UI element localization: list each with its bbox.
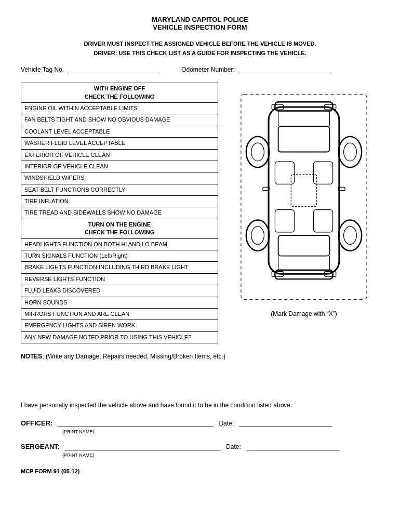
officer-print-name: (PRINT NAME) [62, 429, 379, 434]
checklist-item: COOLANT LEVEL ACCEPTABLE [21, 126, 218, 137]
svg-rect-26 [275, 162, 294, 184]
subtitle-line1: DRIVER MUST INSPECT THE ASSIGNED VEHICLE… [21, 39, 379, 49]
sergeant-signature-block: SERGEANT: Date: (PRINT NAME) [21, 443, 379, 458]
svg-point-14 [251, 143, 264, 161]
officer-date-label: Date: [219, 420, 234, 427]
odometer-input[interactable] [238, 73, 331, 73]
table-row: SEAT BELT FUNCTIONS CORRECTLY [21, 184, 218, 195]
table-row: REVERSE LIGHTS FUNCTION [21, 273, 218, 285]
section2-header: TURN ON THE ENGINE CHECK THE FOLLOWING [21, 219, 218, 238]
svg-point-19 [339, 220, 362, 251]
checklist-table: WITH ENGINE OFF CHECK THE FOLLOWING ENGI… [21, 83, 218, 343]
table-row: HEADLIGHTS FUNCTION ON BOTH HI AND LO BE… [21, 238, 218, 250]
checklist-item: FAN BELTS TIGHT AND SHOW NO OBVIOUS DAMA… [21, 114, 218, 126]
table-row: HORN SOUNDS [21, 297, 218, 308]
checklist-item: TIRE TREAD AND SIDEWALLS SHOW NO DAMAGE [21, 207, 218, 219]
checklist-item: SEAT BELT FUNCTIONS CORRECTLY [21, 184, 218, 195]
section2-header-row: TURN ON THE ENGINE CHECK THE FOLLOWING [21, 219, 218, 238]
checklist-item: WINDSHIELD WIPERS [21, 172, 218, 184]
page-header: MARYLAND CAPITOL POLICE VEHICLE INSPECTI… [21, 16, 379, 31]
sergeant-date-input[interactable] [246, 450, 340, 450]
sergeant-label: SERGEANT: [21, 443, 60, 450]
form-number: MCP FORM 91 (05-12) [21, 468, 379, 474]
checklist-item: BRAKE LIGHTS FUNCTION INCLUDING THIRD BR… [21, 262, 218, 273]
checklist-item: HORN SOUNDS [21, 297, 218, 308]
subtitle-line2: DRIVER: USE THIS CHECK LIST AS A GUIDE F… [21, 49, 379, 58]
vehicle-info: Vehicle Tag No. Odometer Number: [21, 66, 379, 73]
table-row: ENGINE OIL WITHIN ACCEPTABLE LIMITS [21, 102, 218, 114]
vehicle-tag-field: Vehicle Tag No. [21, 66, 161, 73]
checklist-item: HEADLIGHTS FUNCTION ON BOTH HI AND LO BE… [21, 238, 218, 250]
svg-point-15 [339, 137, 362, 167]
car-svg [236, 88, 371, 306]
svg-rect-25 [291, 175, 316, 207]
table-row: FLUID LEAKS DISCOVERED [21, 285, 218, 297]
section1-header-row: WITH ENGINE OFF CHECK THE FOLLOWING [21, 83, 218, 103]
svg-rect-3 [278, 126, 330, 152]
table-row: EXTERIOR OF VEHICLE CLEAN [21, 149, 218, 161]
table-row: WINDSHIELD WIPERS [21, 172, 218, 184]
table-row: ANY NEW DAMAGE NOTED PRIOR TO USING THIS… [21, 331, 218, 343]
svg-point-17 [246, 220, 269, 251]
table-row: COOLANT LEVEL ACCEPTABLE [21, 126, 218, 137]
subtitle: DRIVER MUST INSPECT THE ASSIGNED VEHICLE… [21, 39, 379, 58]
checklist-item: INTERIOR OF VEHICLE CLEAN [21, 161, 218, 172]
officer-signature-input[interactable] [58, 427, 214, 427]
checklist-item: TURN SIGNALS FUNCTION (Left/Right) [21, 250, 218, 262]
table-row: INTERIOR OF VEHICLE CLEAN [21, 161, 218, 172]
header-line2: VEHICLE INSPECTION FORM [21, 23, 379, 31]
checklist-item: MIRRORS FUNCTION AND ARE CLEAN [21, 309, 218, 320]
svg-rect-0 [269, 107, 339, 274]
section1-header1: WITH ENGINE OFF CHECK THE FOLLOWING [21, 83, 218, 103]
table-row: WASHER FLUID LEVEL ACCEPTABLE [21, 138, 218, 149]
notes-text: : (Write any Damage, Repairs needed, Mis… [42, 353, 225, 360]
checklist-item: REVERSE LIGHTS FUNCTION [21, 273, 218, 285]
table-row: TURN SIGNALS FUNCTION (Left/Right) [21, 250, 218, 262]
damage-note: (Mark Damage with “X”) [271, 310, 337, 317]
odometer-label: Odometer Number: [181, 66, 235, 73]
svg-point-20 [344, 227, 357, 245]
svg-rect-28 [275, 210, 294, 232]
vehicle-tag-label: Vehicle Tag No. [21, 66, 64, 73]
sergeant-print-name: (PRINT NAME) [62, 453, 379, 458]
svg-point-16 [344, 143, 357, 161]
sergeant-signature-line: SERGEANT: Date: [21, 443, 379, 450]
car-diagram: (Mark Damage with “X”) [229, 83, 379, 343]
checklist-item: EMERGENCY LIGHTS AND SIREN WORK [21, 320, 218, 331]
table-row: TIRE INFLATION [21, 196, 218, 207]
svg-rect-29 [314, 210, 333, 232]
checklist-item: WASHER FLUID LEVEL ACCEPTABLE [21, 138, 218, 149]
svg-point-18 [251, 227, 264, 245]
officer-date-input[interactable] [239, 427, 332, 427]
svg-rect-30 [241, 95, 367, 300]
svg-rect-4 [278, 235, 330, 256]
checklist-item: TIRE INFLATION [21, 196, 218, 207]
table-row: EMERGENCY LIGHTS AND SIREN WORK [21, 320, 218, 331]
odometer-field: Odometer Number: [181, 66, 331, 73]
officer-signature-line: OFFICER: Date: [21, 419, 379, 427]
sergeant-signature-input[interactable] [65, 450, 221, 450]
svg-point-13 [246, 137, 269, 167]
checklist-item: ENGINE OIL WITHIN ACCEPTABLE LIMITS [21, 102, 218, 114]
checklist-item: ANY NEW DAMAGE NOTED PRIOR TO USING THIS… [21, 331, 218, 343]
table-row: FAN BELTS TIGHT AND SHOW NO OBVIOUS DAMA… [21, 114, 218, 126]
table-row: TIRE TREAD AND SIDEWALLS SHOW NO DAMAGE [21, 207, 218, 219]
sergeant-date-label: Date: [226, 443, 241, 450]
inspection-statement: I have personally inspected the vehicle … [21, 402, 379, 409]
checklist-item: FLUID LEAKS DISCOVERED [21, 285, 218, 297]
vehicle-tag-input[interactable] [67, 73, 161, 73]
checklist-item: EXTERIOR OF VEHICLE CLEAN [21, 149, 218, 161]
header-line1: MARYLAND CAPITOL POLICE [21, 16, 379, 23]
table-row: MIRRORS FUNCTION AND ARE CLEAN [21, 309, 218, 320]
notes-label: NOTES [21, 353, 42, 360]
officer-signature-block: OFFICER: Date: (PRINT NAME) [21, 419, 379, 434]
officer-label: OFFICER: [21, 419, 52, 427]
table-row: BRAKE LIGHTS FUNCTION INCLUDING THIRD BR… [21, 262, 218, 273]
notes-section: NOTES: (Write any Damage, Repairs needed… [21, 353, 379, 360]
main-content: WITH ENGINE OFF CHECK THE FOLLOWING ENGI… [21, 83, 379, 343]
